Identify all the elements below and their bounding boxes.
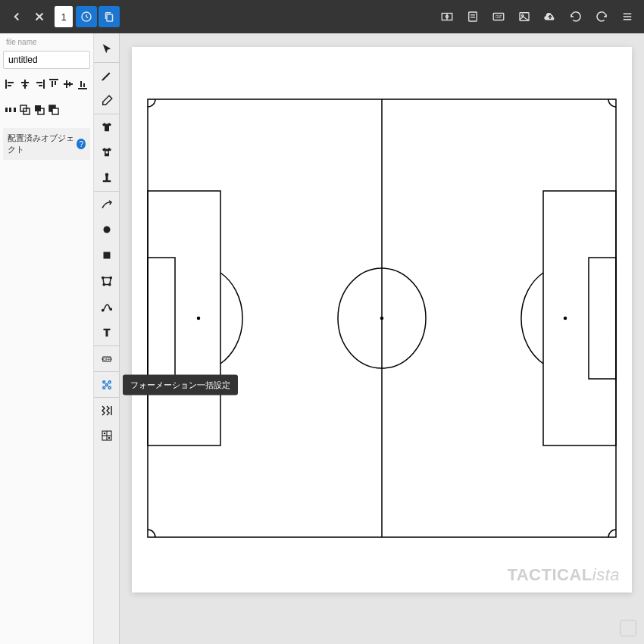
back-button[interactable] [6, 6, 27, 27]
topbar-left: 1 [6, 6, 120, 27]
align-bottom-icon[interactable] [77, 78, 89, 90]
svg-rect-75 [148, 191, 220, 445]
svg-rect-45 [102, 180, 111, 182]
layer-clock-button[interactable] [76, 6, 97, 27]
align-middle-v-icon[interactable] [62, 78, 74, 90]
text-tool[interactable] [94, 320, 120, 345]
svg-rect-46 [105, 176, 108, 180]
notes-button[interactable] [462, 6, 483, 27]
gif-export-button[interactable]: GIF [488, 6, 509, 27]
svg-rect-80 [589, 258, 616, 379]
svg-rect-33 [80, 81, 82, 87]
svg-point-54 [103, 283, 105, 285]
svg-point-69 [104, 433, 105, 434]
svg-point-63 [102, 386, 105, 389]
svg-point-78 [198, 317, 200, 320]
image-export-button[interactable] [514, 6, 535, 27]
watermark: TACTICALista [507, 565, 620, 585]
svg-rect-36 [9, 108, 11, 112]
group-3-icon[interactable] [48, 104, 60, 116]
pattern-tool[interactable] [94, 397, 120, 423]
cursor-tool[interactable] [94, 36, 120, 62]
svg-rect-79 [543, 191, 616, 445]
side-panel: file name 配置済みオブジェクト ? [0, 33, 94, 644]
svg-point-74 [381, 317, 383, 320]
align-row-1 [3, 73, 90, 95]
svg-rect-37 [14, 108, 16, 112]
watermark-strong: TACTICAL [507, 565, 592, 584]
svg-point-52 [110, 277, 111, 278]
align-center-h-icon[interactable] [19, 78, 31, 90]
svg-rect-32 [78, 88, 87, 89]
soccer-pitch [147, 98, 617, 538]
placed-objects-label: 配置済みオブジェクト [8, 133, 77, 155]
svg-text:OFF: OFF [103, 357, 110, 361]
stamp-tool[interactable] [94, 165, 120, 191]
file-name-input[interactable] [3, 51, 90, 69]
svg-rect-29 [64, 83, 73, 85]
align-right-icon[interactable] [33, 78, 45, 90]
menu-button[interactable] [617, 6, 638, 27]
svg-point-65 [105, 383, 108, 386]
group-1-icon[interactable] [19, 104, 31, 116]
svg-point-48 [103, 227, 110, 233]
field-settings-button[interactable] [436, 6, 458, 27]
resize-corner-icon[interactable] [620, 620, 636, 636]
svg-rect-7 [469, 12, 477, 21]
svg-rect-28 [55, 81, 56, 85]
topbar: 1 GIF [0, 0, 644, 33]
help-icon[interactable]: ? [77, 139, 86, 149]
canvas-area[interactable]: TACTICALista [120, 33, 644, 644]
svg-rect-21 [21, 82, 29, 83]
svg-point-51 [102, 277, 103, 278]
align-left-icon[interactable] [5, 78, 17, 90]
svg-rect-34 [83, 83, 85, 87]
offside-tool[interactable]: OFF [94, 345, 120, 371]
topbar-right: GIF [436, 6, 638, 27]
tool-bar: OFF フォーメーション一括設定 [94, 33, 120, 644]
svg-rect-44 [105, 152, 108, 154]
svg-rect-23 [43, 80, 45, 89]
pen-tool[interactable] [94, 62, 120, 88]
undo-button[interactable] [565, 6, 586, 27]
arrow-tool[interactable] [94, 191, 120, 217]
svg-rect-17 [5, 80, 7, 89]
svg-rect-20 [24, 80, 26, 89]
svg-point-61 [102, 380, 105, 383]
svg-point-82 [564, 317, 567, 320]
distribute-row [3, 99, 90, 120]
jersey-2-tool[interactable] [94, 139, 120, 165]
grid-tool[interactable] [94, 423, 120, 449]
curve-tool[interactable] [94, 294, 120, 320]
copy-page-button[interactable] [98, 6, 120, 27]
align-top-icon[interactable] [48, 78, 60, 90]
svg-rect-25 [39, 85, 42, 86]
square-tool[interactable] [94, 242, 120, 268]
eraser-tool[interactable] [94, 88, 120, 114]
circle-tool[interactable] [94, 217, 120, 242]
svg-text:GIF: GIF [496, 14, 502, 19]
formation-tool[interactable]: フォーメーション一括設定 [94, 371, 120, 397]
svg-point-47 [105, 173, 108, 177]
svg-rect-31 [69, 82, 70, 86]
svg-point-64 [108, 386, 111, 389]
svg-rect-18 [8, 82, 14, 83]
cloud-upload-button[interactable] [539, 6, 561, 27]
svg-rect-35 [5, 108, 8, 112]
main-area: file name 配置済みオブジェクト ? [0, 33, 644, 644]
svg-point-62 [108, 380, 111, 383]
formation-tooltip: フォーメーション一括設定 [123, 374, 238, 395]
svg-rect-19 [8, 85, 11, 86]
svg-rect-43 [52, 108, 58, 114]
svg-point-56 [110, 308, 111, 310]
group-2-icon[interactable] [33, 104, 45, 116]
jersey-1-tool[interactable] [94, 114, 120, 139]
watermark-italic: ista [592, 565, 620, 584]
redo-button[interactable] [591, 6, 612, 27]
distribute-h-icon[interactable] [5, 104, 17, 116]
page-number[interactable]: 1 [55, 6, 73, 27]
close-button[interactable] [29, 6, 50, 27]
placed-objects-header[interactable]: 配置済みオブジェクト ? [3, 128, 90, 160]
svg-rect-30 [66, 80, 67, 88]
polygon-tool[interactable] [94, 268, 120, 294]
